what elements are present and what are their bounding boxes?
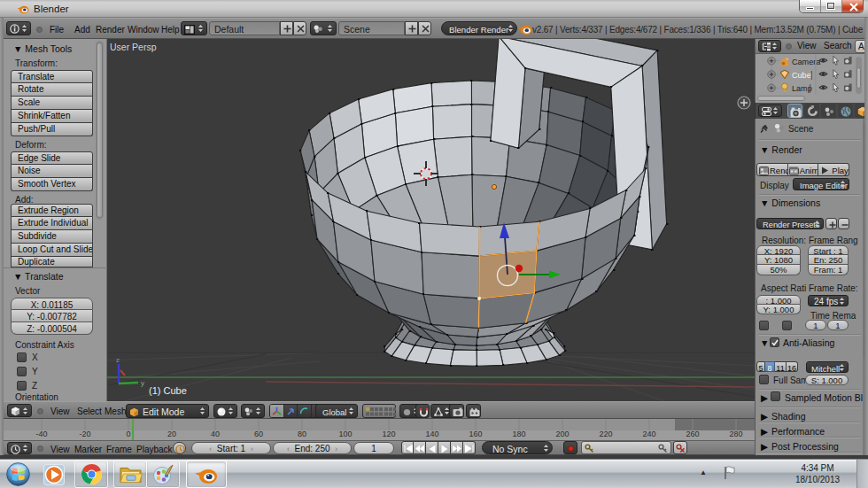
- svg-text:120: 120: [382, 430, 395, 438]
- svg-text:40: 40: [211, 430, 220, 438]
- svg-text:y: y: [141, 379, 144, 387]
- svg-text:260: 260: [686, 430, 699, 438]
- svg-text:20: 20: [167, 430, 176, 438]
- svg-text:60: 60: [254, 430, 263, 438]
- svg-text:User Persp: User Persp: [110, 42, 157, 52]
- svg-text:(1) Cube: (1) Cube: [149, 385, 187, 396]
- svg-text:-20: -20: [79, 430, 90, 438]
- svg-text:|: |: [809, 83, 811, 93]
- svg-text:220: 220: [599, 430, 612, 438]
- svg-text:280: 280: [729, 430, 742, 438]
- svg-text:140: 140: [425, 430, 438, 438]
- svg-text:180: 180: [512, 430, 525, 438]
- svg-text:240: 240: [642, 430, 655, 438]
- svg-text:-40: -40: [35, 430, 47, 438]
- svg-text:160: 160: [469, 430, 482, 438]
- svg-text:0: 0: [126, 430, 130, 438]
- svg-text:Camera: Camera: [792, 58, 821, 66]
- svg-text:Cube: Cube: [792, 71, 811, 80]
- svg-text:|: |: [810, 70, 813, 80]
- svg-text:80: 80: [298, 430, 306, 438]
- svg-text:100: 100: [338, 430, 352, 438]
- svg-text:z: z: [116, 356, 120, 364]
- svg-text:200: 200: [555, 430, 569, 438]
